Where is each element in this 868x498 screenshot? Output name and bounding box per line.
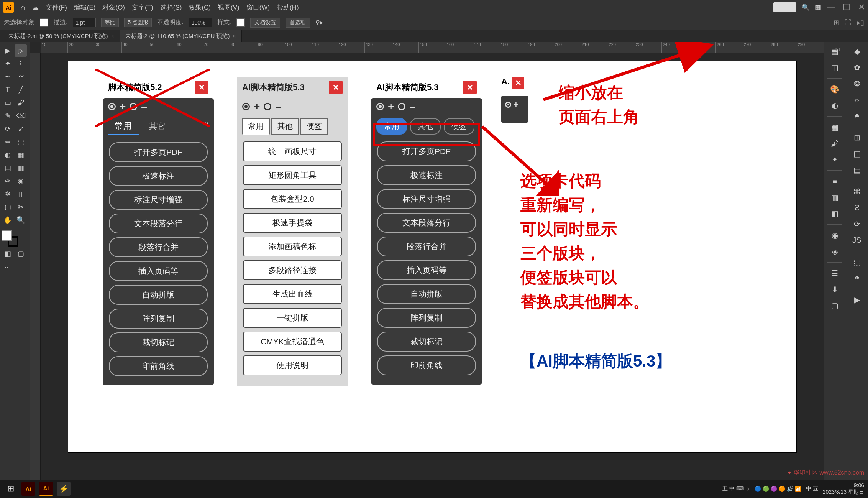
panel-icon[interactable]: ▤ bbox=[850, 163, 864, 177]
close-icon[interactable]: × bbox=[111, 33, 114, 39]
curvature-tool-icon[interactable]: 〰 bbox=[15, 71, 27, 83]
radio-icon[interactable] bbox=[130, 103, 137, 110]
radio-icon[interactable] bbox=[264, 103, 271, 110]
close-button[interactable]: ✕ bbox=[858, 2, 865, 12]
mini-panel-body[interactable]: + bbox=[501, 96, 528, 123]
brush-dropdown[interactable]: 5 点圆形 bbox=[124, 18, 152, 27]
edit-toolbar-icon[interactable]: ⋯ bbox=[2, 261, 14, 273]
hand-tool-icon[interactable]: ✋ bbox=[2, 214, 14, 226]
menu-help[interactable]: 帮助(H) bbox=[277, 3, 299, 12]
tab-common[interactable]: 常用 bbox=[242, 118, 270, 135]
menu-effect[interactable]: 效果(C) bbox=[189, 3, 211, 12]
mesh-tool-icon[interactable]: ▤ bbox=[2, 162, 14, 174]
radio-icon[interactable] bbox=[398, 103, 405, 110]
script-button[interactable]: 印前角线 bbox=[377, 355, 476, 375]
scale-tool-icon[interactable]: ⤢ bbox=[15, 123, 27, 135]
tray-ime2[interactable]: 中 五 bbox=[806, 485, 818, 492]
shape-builder-icon[interactable]: ◐ bbox=[2, 149, 14, 161]
panel-icon[interactable]: ✿ bbox=[850, 61, 864, 74]
top-search-box[interactable] bbox=[773, 2, 796, 12]
close-button[interactable]: ✕ bbox=[195, 81, 208, 94]
arrange-icon[interactable]: ▦ bbox=[815, 3, 821, 12]
home-icon[interactable]: ⌂ bbox=[21, 3, 25, 12]
panel-icon[interactable]: ♣ bbox=[850, 109, 864, 123]
script-button[interactable]: 段落行合并 bbox=[377, 237, 476, 256]
tray-ime[interactable]: 五 中 ⌨ ☼ bbox=[722, 485, 750, 492]
line-tool-icon[interactable]: ╱ bbox=[15, 84, 27, 96]
script-button[interactable]: 统一画板尺寸 bbox=[243, 141, 342, 161]
taskbar-ai-1[interactable]: Ai bbox=[21, 482, 35, 496]
style-swatch[interactable] bbox=[236, 18, 245, 27]
expand-icon[interactable]: ⛶ bbox=[845, 18, 852, 27]
menu-select[interactable]: 选择(S) bbox=[160, 3, 182, 12]
width-tool-icon[interactable]: ⇔ bbox=[2, 136, 14, 148]
color-mode-icon[interactable]: ◧ bbox=[2, 248, 14, 260]
pen-tool-icon[interactable]: ✒ bbox=[2, 71, 14, 83]
doc-tab-2[interactable]: 未标题-2 @ 110.65 % (CMYK/CPU 预览) × bbox=[120, 30, 242, 42]
taskbar-ai-2[interactable]: Ai bbox=[39, 482, 53, 496]
circle-icon[interactable]: ○+ bbox=[835, 46, 841, 52]
gradient-tool-icon[interactable]: ▥ bbox=[15, 162, 27, 174]
script-button[interactable]: 添加画稿色标 bbox=[243, 237, 342, 256]
tab-other[interactable]: 其他 bbox=[271, 118, 299, 135]
script-button[interactable]: 矩形圆角工具 bbox=[243, 165, 342, 185]
artboards-panel-icon[interactable]: ▢ bbox=[828, 299, 842, 312]
swatches-panel-icon[interactable]: ▦ bbox=[828, 120, 842, 134]
tab-common[interactable]: 常用 bbox=[108, 118, 139, 135]
script-button[interactable]: 插入页码等 bbox=[109, 261, 208, 281]
script-button[interactable]: 包装盒型2.0 bbox=[243, 189, 342, 209]
panel-icon[interactable]: ⟳ bbox=[850, 217, 864, 231]
direct-selection-tool-icon[interactable]: ▷ bbox=[15, 44, 27, 57]
chevron-right-icon[interactable]: » bbox=[204, 118, 208, 135]
menu-type[interactable]: 文字(T) bbox=[132, 3, 153, 12]
radio-icon[interactable] bbox=[242, 103, 250, 110]
blend-tool-icon[interactable]: ◉ bbox=[15, 175, 27, 187]
script-button[interactable]: 段落行合并 bbox=[109, 237, 208, 257]
menu-object[interactable]: 对象(O) bbox=[102, 3, 125, 12]
panel-icon[interactable]: ⚭ bbox=[850, 271, 864, 285]
panel-icon[interactable]: ❂ bbox=[850, 77, 864, 90]
panel-icon[interactable]: ⬚ bbox=[850, 255, 864, 269]
script-button[interactable]: 印前角线 bbox=[109, 356, 208, 376]
eyedropper-tool-icon[interactable]: ✑ bbox=[2, 175, 14, 187]
canvas-area[interactable]: 1020304050607080901001101201301401501601… bbox=[30, 42, 824, 480]
close-button[interactable]: ✕ bbox=[329, 81, 343, 94]
pin-icon[interactable]: ⚲▸ bbox=[315, 19, 323, 26]
artboard-tool-icon[interactable]: ▢ bbox=[2, 201, 14, 213]
eraser-tool-icon[interactable]: ⌫ bbox=[15, 110, 27, 122]
fill-swatch[interactable] bbox=[40, 18, 48, 27]
search-icon[interactable]: 🔍 bbox=[802, 3, 810, 12]
panel-icon[interactable]: ◆ bbox=[850, 44, 864, 58]
rectangle-tool-icon[interactable]: ▭ bbox=[2, 97, 14, 109]
fill-stroke-swatch[interactable] bbox=[2, 230, 18, 247]
grid-icon[interactable]: ⊞ bbox=[834, 18, 839, 27]
close-icon[interactable]: × bbox=[233, 33, 236, 39]
tab-other[interactable]: 其它 bbox=[142, 118, 172, 135]
menu-edit[interactable]: 编辑(E) bbox=[74, 3, 96, 12]
slice-tool-icon[interactable]: ✂ bbox=[15, 201, 27, 213]
tab-notes[interactable]: 便签 bbox=[300, 118, 328, 135]
opacity-input[interactable] bbox=[189, 18, 212, 27]
prefs-button[interactable]: 首选项 bbox=[286, 18, 310, 28]
panel-menu-icon[interactable]: ▸▯ bbox=[857, 18, 864, 27]
start-button[interactable]: ⊞ bbox=[4, 482, 18, 496]
panel-icon[interactable]: ◫ bbox=[850, 147, 864, 161]
panel-icon[interactable]: JS bbox=[850, 233, 864, 247]
minus-icon[interactable]: – bbox=[141, 100, 147, 113]
minus-icon[interactable]: – bbox=[275, 100, 281, 113]
plus-icon[interactable]: + bbox=[120, 100, 126, 113]
stroke-panel-icon[interactable]: ≡ bbox=[828, 174, 842, 188]
script-button[interactable]: 裁切标记 bbox=[109, 332, 208, 352]
script-button[interactable]: 文本段落分行 bbox=[109, 214, 208, 233]
close-button[interactable]: ✕ bbox=[512, 77, 524, 89]
gradient-panel-icon[interactable]: ▥ bbox=[828, 191, 842, 204]
minus-icon[interactable]: – bbox=[409, 100, 415, 113]
asset-export-icon[interactable]: ⬇ bbox=[828, 283, 842, 296]
appearance-panel-icon[interactable]: ◉ bbox=[828, 228, 842, 242]
menu-window[interactable]: 窗口(W) bbox=[246, 3, 270, 12]
symbols-panel-icon[interactable]: ✦ bbox=[828, 153, 842, 166]
script-button[interactable]: 裁切标记 bbox=[377, 332, 476, 352]
script-button[interactable]: 自动拼版 bbox=[109, 285, 208, 305]
graphic-styles-icon[interactable]: ◈ bbox=[828, 245, 842, 258]
doc-tab-1[interactable]: 未标题-2.ai @ 50 % (CMYK/CPU 预览) × bbox=[3, 30, 120, 42]
